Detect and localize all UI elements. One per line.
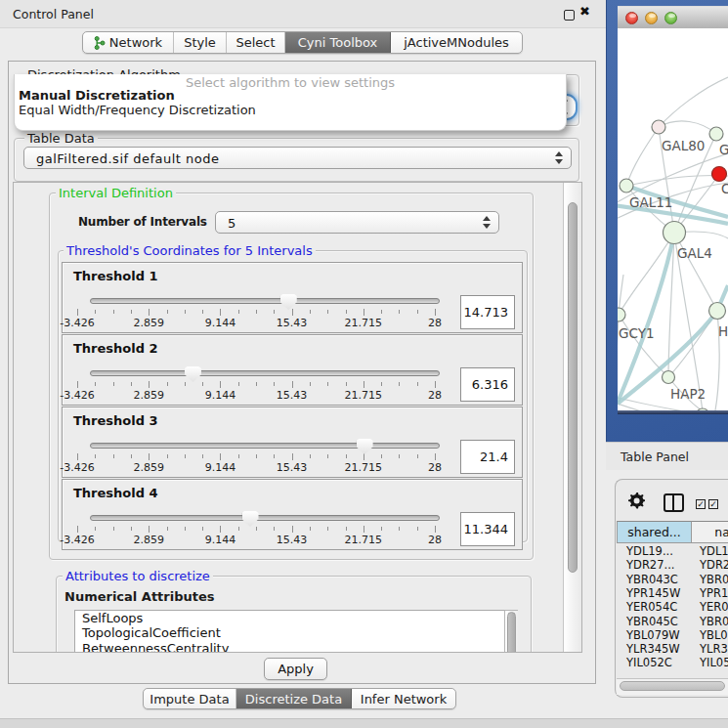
threshold-label: Threshold 3 [73, 413, 158, 428]
table-cell-name: YDL19 [700, 544, 728, 558]
gear-icon[interactable] [628, 492, 645, 513]
table-row[interactable]: YLR345WYLR34 [617, 642, 728, 656]
slider-tick [346, 454, 347, 458]
network-graph: GAL80GACGAL11GAL4GCY1HAHAP2 [618, 28, 728, 410]
slider-tick [381, 454, 382, 458]
threshold-value-field[interactable]: 14.713 [460, 295, 515, 329]
slider-tick [399, 527, 400, 531]
slider-tick [364, 526, 364, 533]
tab-network[interactable]: Network [83, 32, 174, 53]
slider-track[interactable] [90, 515, 440, 521]
slider-tick [292, 309, 293, 316]
slider-tick [346, 527, 347, 531]
table-row[interactable]: YBR043CYBR04 [617, 573, 728, 586]
tab-cyni-toolbox[interactable]: Cyni Toolbox [285, 32, 391, 53]
slider-thumb[interactable] [242, 511, 259, 527]
table-header-name[interactable]: name [692, 521, 728, 543]
table-row[interactable]: YPR145WYPR14 [617, 586, 728, 600]
column-browser-icon[interactable] [664, 493, 684, 512]
slider-tick [113, 454, 114, 458]
threshold-value-field[interactable]: 21.4 [460, 440, 515, 474]
slider-track[interactable] [90, 443, 440, 449]
table-row[interactable]: YDL19...YDL19 [617, 544, 728, 558]
table-cell-shared-name: YBR045C [626, 615, 678, 628]
bottom-tab-infer-network[interactable]: Infer Network [352, 689, 455, 708]
settings-scrollbar[interactable] [563, 183, 581, 652]
apply-button[interactable]: Apply [264, 658, 327, 680]
number-of-intervals-combobox[interactable]: 5 [215, 211, 499, 234]
network-edge[interactable] [659, 77, 728, 127]
table-data-group-title: Table Data [24, 132, 98, 145]
popup-item-1[interactable]: Manual Discretization [19, 88, 175, 103]
network-node[interactable] [709, 127, 723, 141]
slider-thumb[interactable] [280, 294, 297, 310]
slider-thumb[interactable] [357, 439, 373, 454]
network-node[interactable] [712, 167, 727, 182]
attribute-list-item[interactable]: TopologicalCoefficient [75, 625, 505, 640]
slider-thumb[interactable] [185, 366, 201, 382]
table-row[interactable]: YER054CYER05 [617, 600, 728, 614]
network-node[interactable] [709, 303, 726, 320]
slider-track[interactable] [90, 370, 440, 376]
slider-tick [399, 454, 400, 458]
settings-scrollbar-thumb[interactable] [568, 202, 578, 573]
network-node-label: GAL4 [677, 245, 712, 261]
popup-item-2[interactable]: Equal Width/Frequency Discretization [19, 103, 256, 117]
slider-tick [435, 381, 436, 388]
slider-tick-label: 15.43 [263, 534, 321, 546]
minimize-traffic-light-icon[interactable] [645, 12, 658, 24]
slider-tick [417, 454, 418, 458]
table-cell-name: YIL05 [700, 656, 728, 669]
attributes-scrollbar-thumb[interactable] [507, 612, 516, 652]
network-node[interactable] [663, 371, 675, 384]
network-node[interactable] [618, 308, 625, 321]
close-icon[interactable]: ✖ [579, 4, 590, 19]
table-row[interactable]: YIL052CYIL05 [617, 656, 728, 669]
table-data-combobox[interactable]: galFiltered.sif default node [23, 147, 572, 169]
tab-style[interactable]: Style [174, 32, 227, 53]
slider-tick [77, 381, 78, 388]
control-panel-title: Control Panel [13, 7, 94, 21]
attribute-list-item[interactable]: SelfLoops [75, 611, 505, 625]
threshold-label: Threshold 1 [73, 269, 158, 283]
threshold-value-field[interactable]: 6.316 [460, 367, 515, 402]
tab-jactivemnodules[interactable]: jActiveMNodules [391, 32, 522, 53]
table-row[interactable]: YDR27...YDR27 [617, 558, 728, 572]
network-node-label: HAP2 [670, 386, 706, 402]
attribute-list-item[interactable]: BetweennessCentrality [75, 641, 505, 652]
unselect-all-checkbox-icon[interactable]: ✓ [708, 499, 718, 509]
float-window-icon[interactable] [564, 10, 575, 21]
slider-tick [238, 382, 239, 386]
slider-tick [256, 310, 257, 314]
numerical-attributes-list[interactable]: SelfLoopsTopologicalCoefficientBetweenne… [74, 610, 506, 652]
network-edge[interactable] [659, 121, 716, 134]
network-canvas[interactable]: GAL80GACGAL11GAL4GCY1HAHAP2 [618, 28, 728, 410]
network-node[interactable] [664, 222, 686, 244]
slider-track[interactable] [90, 298, 440, 304]
slider-tick-label: -3.426 [48, 389, 107, 402]
network-node[interactable] [652, 120, 665, 134]
slider-tick-label: -3.426 [48, 461, 107, 474]
table-row[interactable]: YBL079WYBL07 [617, 628, 728, 642]
threshold-block-1: Threshold 1-3.4262.8599.14415.4321.71528… [62, 262, 523, 333]
attributes-list-scrollbar[interactable] [504, 610, 518, 652]
network-node[interactable] [620, 179, 633, 193]
slider-tick [167, 382, 168, 386]
select-all-checkbox-icon[interactable]: ✓ [696, 499, 706, 509]
threshold-value-field[interactable]: 11.344 [460, 512, 515, 546]
network-edge[interactable] [626, 127, 659, 186]
zoom-traffic-light-icon[interactable] [664, 12, 677, 24]
table-header-shared-name[interactable]: shared... [617, 521, 692, 543]
bottom-tab-impute-data[interactable]: Impute Data [144, 689, 236, 708]
slider-tick [417, 382, 418, 386]
table-hscrollbar-thumb[interactable] [620, 681, 725, 691]
table-cell-name: YDR27 [700, 558, 728, 572]
slider-tick [256, 527, 257, 531]
close-traffic-light-icon[interactable] [625, 12, 638, 24]
bottom-tab-discretize-data[interactable]: Discretize Data [236, 689, 352, 708]
tab-select[interactable]: Select [227, 32, 285, 53]
table-row[interactable]: YBR045CYBR04 [617, 615, 728, 628]
number-of-intervals-label: Number of Intervals [78, 215, 207, 229]
slider-tick [238, 527, 239, 531]
table-hscrollbar[interactable] [617, 678, 728, 695]
